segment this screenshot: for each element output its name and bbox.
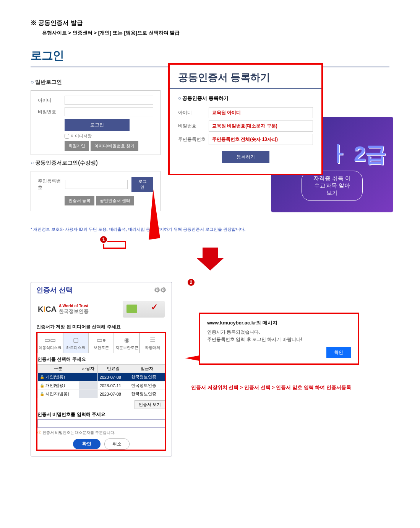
popup-pw-row: 비밀번호 교육원 비밀번호(대소문자 구분) <box>178 121 313 132</box>
banner-big-text: ㅏ 2급 <box>328 140 386 169</box>
popup-section-label: 공동인증서 등록하기 <box>178 95 313 102</box>
popup-divider <box>170 88 321 89</box>
table-row[interactable]: 사업자(범용) 2023-07-08 한국정보인증 <box>38 390 165 398</box>
alert-box: www.kmucyber.ac.kr의 메시지 인증서가 등록되었습니다. 주민… <box>199 313 359 365</box>
cert-register-popup: 공동인증서 등록하기 공동인증서 등록하기 아이디 교육원 아이디 비밀번호 교… <box>168 63 323 175</box>
down-arrow-icon <box>197 248 224 274</box>
cert-select-title-row: 인증서 선택 ⚙⚙ <box>36 285 166 295</box>
popup-register-button[interactable]: 등록하기 <box>222 151 269 163</box>
col-type: 구분 <box>38 365 79 373</box>
id-label: 아이디 <box>38 97 65 104</box>
save-id-row: 아이디저장 <box>65 133 160 139</box>
popup-pw-label: 비밀번호 <box>178 123 209 129</box>
cert-pw-label: 인증서 비밀번호를 입력해 주세요 <box>37 409 165 418</box>
col-user: 사용자 <box>79 365 97 373</box>
alert-url: www.kmucyber.ac.kr의 메시지 <box>207 319 351 326</box>
top-heading: ※ 공동인증서 발급 <box>31 19 389 27</box>
media-extended[interactable]: ☰확장매체 <box>139 333 165 353</box>
media-row: ▭▭이동식디스크 ▢하드디스크 ▭●보안토큰 ◉지문보안토큰 ☰확장매체 <box>36 332 166 353</box>
kica-slogan: A World of Trust <box>59 304 89 308</box>
media-label: 인증서가 저장 된 미디어를 선택해 주세요 <box>36 324 166 330</box>
pw-input[interactable] <box>65 107 153 116</box>
rrn-label: 주민등록번호 <box>38 178 61 191</box>
media-fingerprint[interactable]: ◉지문보안토큰 <box>114 333 139 353</box>
step-badge-2: 2 <box>187 278 195 287</box>
media-removable[interactable]: ▭▭이동식디스크 <box>37 333 63 353</box>
cert-rrn-row: 주민등록번호 로그인 <box>38 177 153 192</box>
save-id-label: 아이디저장 <box>71 133 92 139</box>
alert-arrow <box>185 352 216 364</box>
cert-table-wrap: 인증서를 선택해 주세요 구분 사용자 만료일 발급자 개인(범용) 2023-… <box>36 353 166 451</box>
alert-ok-button[interactable]: 확인 <box>326 347 351 358</box>
privacy-note: * 개인정보 보호와 사용자 ID의 무단 도용, 대리출석, 대리시험 등을 … <box>31 227 389 232</box>
cert-center-button[interactable]: 공인인증서 센터 <box>96 196 134 205</box>
document-page: ※ 공동인증서 발급 은행사이트 > 인증센터 > [개인] 또는 [범용]으로… <box>0 0 420 476</box>
col-expire: 만료일 <box>97 365 129 373</box>
rrn-input[interactable] <box>65 180 128 189</box>
popup-rrn-value[interactable]: 주민등록번호 전체(숫자 13자리) <box>209 134 313 145</box>
ok-cancel-row: 확인 취소 <box>37 438 165 450</box>
cert-select-title: 인증서 선택 <box>36 285 73 295</box>
popup-id-label: 아이디 <box>178 109 209 116</box>
cert-pw-input[interactable] <box>37 419 165 428</box>
cert-register-button[interactable]: 인증서 등록 <box>65 196 94 205</box>
gear-icon[interactable]: ⚙⚙ <box>154 286 166 294</box>
kica-korean: 한국정보인증 <box>59 308 89 315</box>
token-icon: ▭● <box>89 336 114 344</box>
popup-title: 공동인증서 등록하기 <box>170 65 321 88</box>
cancel-button[interactable]: 취소 <box>104 438 130 450</box>
media-hdd[interactable]: ▢하드디스크 <box>63 333 89 353</box>
account-links-row: 회원가입 아이디/비밀번호 찾기 <box>65 141 160 151</box>
top-sub-heading: 은행사이트 > 인증센터 > [개인] 또는 [범용]으로 선택하여 발급 <box>42 29 389 36</box>
step-badge-1: 1 <box>99 235 108 244</box>
id-input[interactable] <box>65 96 153 105</box>
cert-table: 구분 사용자 만료일 발급자 개인(범용) 2023-07-08 한국정보인증 <box>37 364 165 398</box>
fingerprint-icon: ◉ <box>114 336 139 344</box>
popup-id-row: 아이디 교육원 아이디 <box>178 107 313 118</box>
pw-row: 비밀번호 <box>31 106 160 117</box>
login-button[interactable]: 로그인 <box>65 119 130 131</box>
kica-graphic <box>123 301 165 318</box>
popup-pw-value[interactable]: 교육원 비밀번호(대소문자 구분) <box>209 121 313 132</box>
cert-sub-buttons: 인증서 등록 공인인증서 센터 <box>65 196 153 205</box>
login-section: 로그인 일반로그인 아이디 비밀번호 로그인 아이디저장 회원가입 아이디/비밀… <box>31 48 389 232</box>
cert-login-box: 주민등록번호 로그인 인증서 등록 공인인증서 센터 <box>31 171 161 211</box>
col-issuer: 발급자 <box>129 365 165 373</box>
table-row[interactable]: 개인(범용) 2023-07-11 한국정보인증 <box>38 381 165 390</box>
signup-button[interactable]: 회원가입 <box>65 141 89 151</box>
popup-rrn-label: 주민등록번호 <box>178 136 209 143</box>
media-token[interactable]: ▭●보안토큰 <box>89 333 114 353</box>
alert-message-2: 주민등록번호 입력 후 로그인 하시기 바랍니다! <box>207 336 351 343</box>
cert-pw-hint: 인증서 비밀번호는 대소문자를 구분합니다. <box>37 430 165 435</box>
usb-icon: ▭▭ <box>38 336 63 344</box>
general-login-box: 아이디 비밀번호 로그인 아이디저장 회원가입 아이디/비밀번호 찾기 <box>31 90 161 155</box>
view-cert-button[interactable]: 인증서 보기 <box>135 400 165 409</box>
popup-rrn-row: 주민등록번호 주민등록번호 전체(숫자 13자리) <box>178 134 313 145</box>
cert-select-window: 2 인증서 선택 ⚙⚙ KICA A World of Trust 한국정보인증… <box>31 282 172 456</box>
kica-banner: KICA A World of Trust 한국정보인증 <box>36 298 166 320</box>
alert-message-1: 인증서가 등록되었습니다. <box>207 329 351 336</box>
find-button[interactable]: 아이디/비밀번호 찾기 <box>91 141 138 151</box>
id-row: 아이디 <box>31 95 160 106</box>
list-icon: ☰ <box>140 336 165 344</box>
right-bottom-col: www.kmucyber.ac.kr의 메시지 인증서가 등록되었습니다. 주민… <box>183 282 389 391</box>
table-row[interactable]: 개인(범용) 2023-07-08 한국정보인증 <box>38 373 165 381</box>
cert-table-label: 인증서를 선택해 주세요 <box>37 354 165 364</box>
login-title: 로그인 <box>31 48 389 64</box>
save-id-checkbox[interactable] <box>65 134 69 139</box>
popup-id-value[interactable]: 교육원 아이디 <box>209 107 313 118</box>
popup-body: 공동인증서 등록하기 아이디 교육원 아이디 비밀번호 교육원 비밀번호(대소문… <box>170 95 321 163</box>
hdd-icon: ▢ <box>63 336 88 344</box>
kica-logo: KICA <box>38 305 57 314</box>
ok-button[interactable]: 확인 <box>73 439 101 449</box>
process-text: 인증서 저장위치 선택 > 인증서 선택 > 인증서 암호 입력 하여 인증서등… <box>191 384 389 391</box>
pw-label: 비밀번호 <box>38 109 65 115</box>
bottom-row: 2 인증서 선택 ⚙⚙ KICA A World of Trust 한국정보인증… <box>31 282 389 456</box>
